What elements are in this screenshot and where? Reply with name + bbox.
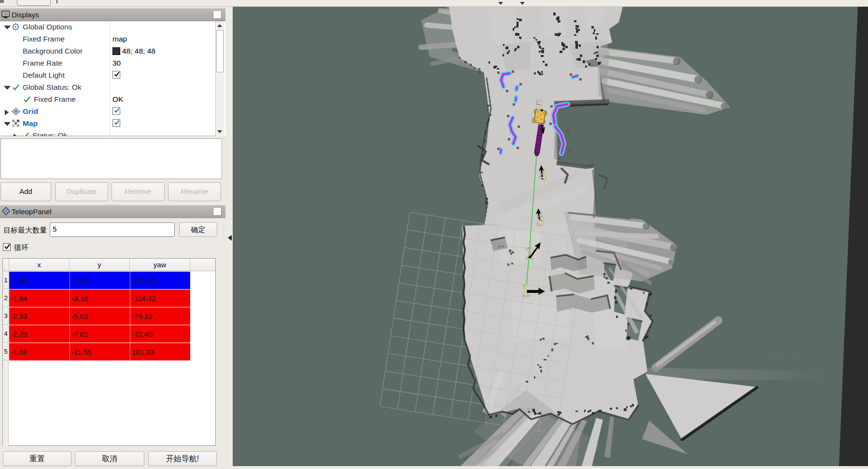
svg-text:2: 2 [525,243,534,263]
svg-text:5: 5 [535,97,543,113]
svg-text:3: 3 [536,212,544,229]
svg-text:4: 4 [539,167,546,184]
svg-text:1: 1 [521,280,531,300]
